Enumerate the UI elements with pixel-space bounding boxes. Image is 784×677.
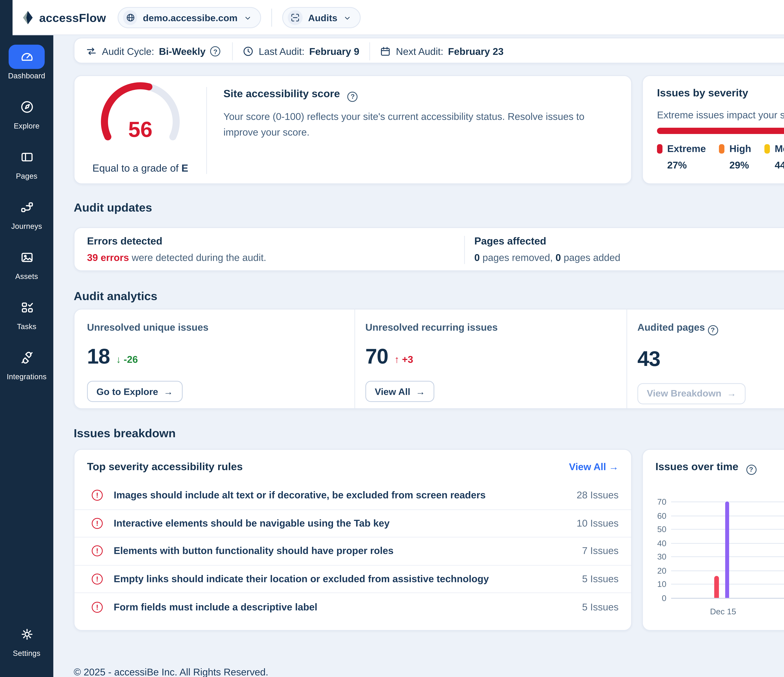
calendar-icon (380, 45, 391, 57)
section-heading-audit-analytics: Audit analytics (74, 289, 157, 303)
image-icon (9, 245, 45, 270)
legend-swatch (657, 144, 663, 154)
audit-cycle-value: Bi-Weekly (159, 46, 206, 57)
error-icon: ! (92, 601, 103, 612)
update-column-1: Errors detected39 errors were detected d… (87, 235, 266, 263)
issue-count: 7 Issues (582, 546, 619, 557)
severity-legend-extreme: Extreme27% (657, 143, 706, 171)
divider (232, 42, 233, 61)
last-audit: Last Audit: February 9 (242, 39, 359, 64)
view-breakdown-button[interactable]: View Breakdown → (638, 383, 746, 404)
footer: © 2025 - accessiBe Inc. All Rights Reser… (74, 667, 784, 677)
divider (206, 87, 207, 174)
info-icon[interactable]: ? (348, 92, 358, 101)
divider (355, 309, 355, 408)
trend-indicator: ↓ -26 (116, 354, 138, 368)
audit-updates-card: Errors detected39 errors were detected d… (74, 227, 784, 271)
sidebar-item-integrations[interactable]: Integrations (0, 346, 53, 396)
error-icon: ! (92, 489, 103, 500)
repeat-icon (86, 45, 97, 57)
rule-row[interactable]: !Interactive elements should be navigabl… (75, 509, 631, 537)
sidebar-item-journeys[interactable]: Journeys (0, 195, 53, 245)
y-axis-tick: 50 (646, 524, 666, 534)
divider (369, 42, 370, 61)
clock-icon (242, 45, 254, 57)
rules-card-title: Top severity accessibility rules (87, 461, 243, 472)
copyright-text: © 2025 - accessiBe Inc. All Rights Reser… (74, 667, 268, 677)
sidebar: DashboardExplorePagesJourneysAssetsTasks… (0, 0, 53, 677)
view-all-button[interactable]: View All → (366, 381, 435, 402)
main-content: Audit Cycle: Bi-Weekly ? Last Audit: Feb… (53, 35, 784, 677)
bar-unique-issues[interactable] (714, 576, 719, 598)
legend-swatch (719, 144, 725, 154)
issue-count: 10 Issues (577, 518, 619, 529)
metric-value: 70 (366, 346, 388, 368)
severity-card-description: Extreme issues impact your score the mos… (657, 107, 784, 123)
metric-value: 18 (87, 346, 110, 368)
sidebar-item-dashboard[interactable]: Dashboard (0, 45, 53, 95)
section-selector[interactable]: Audits (282, 7, 361, 28)
issue-count: 28 Issues (577, 489, 619, 500)
severity-card-title: Issues by severity (657, 87, 748, 99)
last-audit-label: Last Audit: (259, 46, 305, 57)
next-audit-label: Next Audit: (396, 46, 443, 57)
sidebar-item-tasks[interactable]: Tasks (0, 295, 53, 346)
next-audit: Next Audit: February 23 (380, 39, 504, 64)
rules-view-all-link[interactable]: View All → (569, 461, 619, 472)
update-column-2: Pages affected0 pages removed, 0 pages a… (474, 235, 620, 263)
info-icon[interactable]: ? (746, 464, 756, 475)
section-heading-audit-updates: Audit updates (74, 200, 152, 214)
divider (464, 236, 465, 264)
browser-icon (9, 145, 45, 169)
app-logo: accessFlow (21, 0, 106, 35)
divider (627, 309, 627, 408)
severity-stacked-bar (657, 128, 784, 134)
audit-cycle-label: Audit Cycle: (102, 46, 154, 57)
top-severity-rules-card: Top severity accessibility rules View Al… (74, 449, 632, 631)
logo-text: accessFlow (39, 11, 106, 24)
score-value: 56 (128, 117, 152, 141)
logo-icon (21, 10, 34, 25)
score-card-title: Site accessibility score ? (224, 88, 609, 101)
route-icon (9, 195, 45, 219)
sidebar-item-pages[interactable]: Pages (0, 145, 53, 195)
topbar-divider (271, 9, 272, 26)
sidebar-item-assets[interactable]: Assets (0, 245, 53, 295)
dashboard-icon (9, 45, 45, 69)
error-icon: ! (92, 574, 103, 585)
audit-analytics-card: Unresolved unique issues18↓ -26Go to Exp… (74, 309, 784, 409)
y-axis-tick: 20 (646, 565, 666, 575)
go-to-explore-button[interactable]: Go to Explore → (87, 381, 182, 402)
x-axis-label: Dec 15 (695, 607, 750, 616)
error-icon: ! (92, 546, 103, 557)
plug-icon (9, 346, 45, 370)
arrow-right-icon: → (727, 388, 736, 399)
arrow-right-icon: → (609, 461, 619, 472)
score-card-description: Your score (0-100) reflects your site's … (224, 109, 598, 140)
section-heading-issues-breakdown: Issues breakdown (74, 426, 176, 439)
scan-icon (288, 10, 303, 25)
metric-value: 43 (638, 348, 660, 370)
rule-row[interactable]: !Empty links should indicate their locat… (75, 565, 631, 593)
grade-value: E (181, 162, 188, 174)
sidebar-item-settings[interactable]: Settings (0, 622, 53, 672)
grade-line: Equal to a grade of E (79, 162, 202, 174)
accessflow-dashboard: DashboardExplorePagesJourneysAssetsTasks… (0, 0, 784, 677)
gear-icon (9, 622, 45, 646)
y-axis-tick: 70 (646, 497, 666, 506)
info-icon[interactable]: ? (210, 46, 221, 56)
domain-selector[interactable]: demo.accessibe.com (118, 7, 261, 28)
chevron-down-icon (343, 13, 352, 22)
info-icon[interactable]: ? (708, 325, 718, 335)
sidebar-item-explore[interactable]: Explore (0, 95, 53, 145)
bar-recurring-issues[interactable] (725, 502, 730, 598)
severity-legend-medium: Medium44% (765, 143, 784, 171)
rule-row[interactable]: !Images should include alt text or if de… (75, 481, 631, 509)
rule-row[interactable]: !Elements with button functionality shou… (75, 537, 631, 565)
error-icon: ! (92, 518, 103, 529)
arrow-right-icon: → (416, 386, 425, 397)
legend-swatch (765, 144, 770, 154)
y-axis-tick: 30 (646, 552, 666, 561)
y-axis-tick: 0 (646, 593, 666, 602)
rule-row[interactable]: !Form fields must include a descriptive … (75, 593, 631, 621)
